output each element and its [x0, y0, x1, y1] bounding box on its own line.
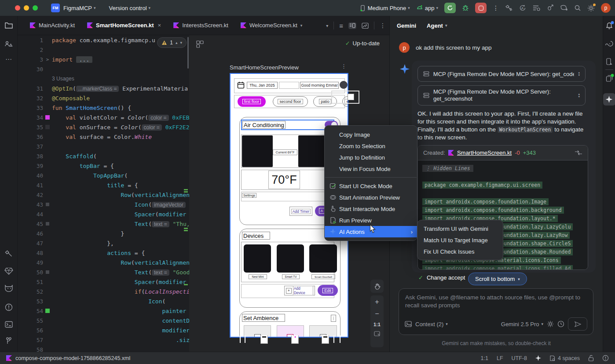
build-tool-icon[interactable]: [4, 250, 13, 257]
tab-gemini[interactable]: Gemini: [397, 22, 416, 29]
version-control-icon[interactable]: [5, 337, 12, 345]
gutter-preview-icon[interactable]: [46, 203, 49, 206]
pan-tool-button[interactable]: [370, 280, 384, 293]
gradle-icon[interactable]: [605, 40, 614, 47]
gemini-input-box[interactable]: Ask Gemini, use @filename to attach sour…: [399, 288, 593, 335]
preview-name-label[interactable]: SmartHomeScreenPreview: [230, 64, 299, 71]
editor-options-icon[interactable]: ⋮: [380, 22, 386, 29]
vcs-menu[interactable]: Version control▾: [109, 5, 151, 11]
minimize-window-button[interactable]: [24, 5, 29, 11]
caret-position[interactable]: 1:1: [481, 355, 488, 361]
chevron-down-icon[interactable]: ▾: [300, 23, 303, 28]
device-tile[interactable]: [277, 244, 304, 273]
preview-options-icon[interactable]: ⋮: [341, 63, 347, 69]
apply-diff-icon[interactable]: [575, 150, 582, 156]
device-manager-icon[interactable]: [605, 58, 613, 66]
hidden-lines-chip[interactable]: ⋮Hidden Lines: [422, 165, 473, 172]
tab-interestsscreen-kt[interactable]: InterestsScreen.kt: [167, 16, 234, 35]
menu-item-start-ui-check-mode[interactable]: Start UI Check Mode: [325, 180, 417, 192]
rerun-button[interactable]: [444, 3, 456, 13]
unlock-icon[interactable]: [588, 355, 594, 361]
prev-issue-icon[interactable]: ▴: [176, 40, 178, 45]
zoom-actual-size-button[interactable]: 1:1: [373, 322, 381, 327]
tool-call-get-screenshot[interactable]: MCP (Figma Remote Dev Mode MCP Server): …: [417, 85, 586, 106]
menu-item-jump-to-definition[interactable]: Jump to Definition: [325, 152, 417, 163]
ambience-options-icon[interactable]: ⋮: [331, 315, 336, 322]
file-encoding[interactable]: UTF-8: [512, 355, 527, 361]
sync-icon[interactable]: A: [519, 4, 527, 11]
color-swatch-icon[interactable]: [45, 309, 50, 313]
menu-item-start-interactive-mode[interactable]: Start Interactive Mode: [325, 203, 417, 215]
next-issue-icon[interactable]: ▾: [180, 40, 182, 45]
zoom-in-button[interactable]: +: [375, 298, 379, 306]
notifications-status-icon[interactable]: [602, 355, 609, 361]
editor-list-icon[interactable]: ≡: [339, 22, 343, 29]
maximize-window-button[interactable]: [33, 5, 38, 11]
gutter-preview-icon[interactable]: [46, 222, 49, 226]
problems-icon[interactable]: [5, 303, 13, 311]
gemini-tool-window-button[interactable]: [603, 93, 615, 106]
search-icon[interactable]: [574, 4, 581, 11]
screenshot-icon[interactable]: [362, 22, 369, 29]
terminal-icon[interactable]: [5, 321, 13, 328]
close-tab-icon[interactable]: ×: [158, 22, 161, 29]
more-options-button[interactable]: ⋮: [493, 4, 499, 11]
menu-item-start-animation-preview[interactable]: Start Animation Preview: [325, 192, 417, 203]
indent-setting[interactable]: 4 spaces: [549, 355, 580, 361]
tab-agent[interactable]: Agent▾: [427, 22, 447, 29]
submenu-item-match-ui-to-target-image[interactable]: Match UI to Target Image: [417, 234, 503, 246]
chip-second-floor[interactable]: second floor: [273, 96, 308, 107]
running-devices-button[interactable]: [605, 75, 613, 82]
debug-icon[interactable]: [462, 4, 469, 11]
split-editor-icon[interactable]: [348, 22, 356, 29]
editor-scrollbar[interactable]: [187, 37, 189, 69]
tab-smarthomescreen-kt[interactable]: SmartHomeScreen.kt×: [81, 16, 167, 35]
preview-layout-icon[interactable]: [196, 40, 204, 48]
scroll-to-bottom-button[interactable]: Scroll to bottom▾: [468, 273, 527, 285]
device-mirror-icon[interactable]: [560, 5, 568, 11]
fold-icon[interactable]: >: [46, 57, 49, 62]
menu-item-zoom-to-selection[interactable]: Zoom to Selection: [325, 140, 417, 152]
gear-icon[interactable]: [547, 320, 554, 328]
ac-add-timer-button[interactable]: Add Timer: [289, 207, 312, 216]
run-configuration-selector[interactable]: app▾: [416, 5, 438, 11]
submenu-item-transform-ui-with-gemini[interactable]: Transform UI with Gemini: [417, 223, 503, 234]
project-folder-icon[interactable]: [4, 22, 13, 29]
project-menu[interactable]: FigmaMCP▾: [63, 5, 96, 11]
status-file-name[interactable]: compose-compose-model-1758866285245.xml: [15, 355, 130, 361]
gemini-status-icon[interactable]: [535, 355, 541, 361]
color-swatch-icon[interactable]: [45, 125, 50, 129]
app-insights-icon[interactable]: [4, 267, 13, 275]
menu-item-view-in-focus-mode[interactable]: View in Focus Mode: [325, 163, 417, 175]
send-button[interactable]: [568, 317, 587, 331]
submenu-item-fix-ui-check-issues[interactable]: Fix UI Check Issues: [417, 246, 503, 257]
expand-icon[interactable]: ▴▾: [578, 93, 580, 98]
tab-list-dropdown[interactable]: ▾: [326, 23, 328, 28]
profiler-icon[interactable]: [546, 4, 554, 11]
usages-hint[interactable]: 3 Usages: [18, 74, 189, 84]
device-selector[interactable]: Medium Phone▾: [359, 5, 410, 11]
notifications-button[interactable]: [605, 22, 613, 29]
line-separator[interactable]: LF: [497, 355, 503, 361]
expand-icon[interactable]: ▴▾: [578, 71, 580, 76]
zoom-to-fit-icon[interactable]: [374, 331, 380, 336]
code-editor[interactable]: 1package com.example.figmamcp.u23>import…: [18, 35, 189, 352]
close-window-button[interactable]: [15, 5, 20, 11]
context-selector[interactable]: Context (2)▾: [415, 321, 448, 328]
add-device-button[interactable]: + Add Device: [284, 286, 315, 295]
todo-list-icon[interactable]: [533, 5, 540, 11]
stop-button[interactable]: [475, 3, 487, 13]
user-avatar[interactable]: p: [601, 3, 611, 13]
edit-button[interactable]: Edit: [318, 285, 338, 296]
inspection-widget[interactable]: 1 ▴ ▾: [157, 37, 187, 48]
tab-welcomescreen-kt[interactable]: WelcomeScreen.kt▾: [234, 16, 308, 35]
color-swatch-icon[interactable]: [45, 115, 50, 120]
logcat-icon[interactable]: [4, 285, 13, 292]
tool-call-get-code[interactable]: MCP (Figma Remote Dev Mode MCP Server): …: [417, 66, 586, 82]
gutter-preview-icon[interactable]: [46, 270, 49, 274]
attach-image-icon[interactable]: [405, 321, 412, 327]
settings-button[interactable]: [587, 4, 595, 12]
model-selector[interactable]: Gemini 2.5 Pro▾: [501, 321, 543, 328]
history-icon[interactable]: [557, 320, 564, 328]
chip-first-floor[interactable]: first floor: [238, 96, 266, 107]
